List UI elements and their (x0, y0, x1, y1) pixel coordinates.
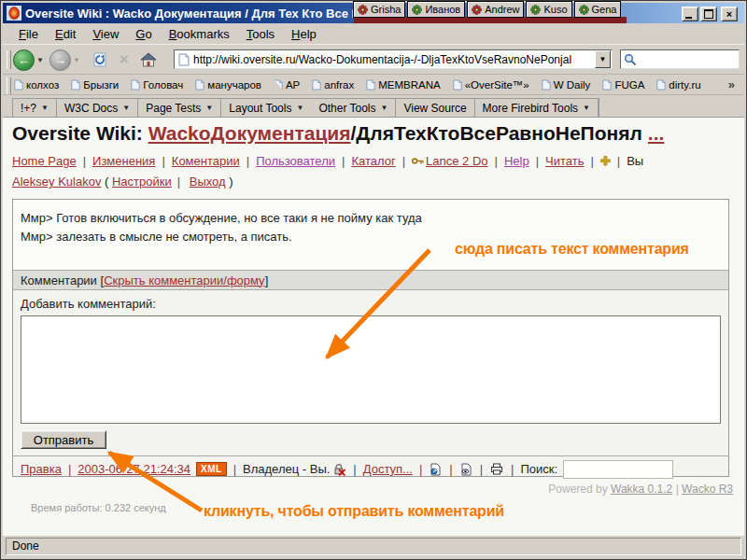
bookmark-item[interactable]: W Daily (542, 79, 591, 91)
access-link[interactable]: Доступ... (363, 462, 413, 476)
wacko-link[interactable]: Wacko R3 (682, 483, 733, 496)
devbar-validators-menu[interactable]: !+?▼ (13, 99, 57, 117)
chevron-down-icon: ▼ (381, 104, 388, 112)
home-button[interactable] (140, 52, 157, 67)
bookmark-label: dirty.ru (669, 79, 700, 91)
background-window-strip (354, 17, 627, 23)
flower-icon (358, 5, 368, 15)
bookmark-item[interactable]: «OverSite™» (453, 79, 529, 91)
forward-button[interactable]: → (49, 49, 71, 71)
hide-comments-link[interactable]: Скрыть комментарии/форму (104, 273, 264, 287)
page-eye-icon (460, 463, 472, 476)
menu-file[interactable]: File (10, 25, 47, 43)
bookmark-item[interactable]: anfrax (312, 79, 354, 91)
nav-help-link[interactable]: Help (504, 154, 529, 168)
nav-comments-link[interactable]: Коментарии (172, 154, 240, 168)
edit-page-link[interactable]: Правка (21, 462, 62, 476)
browser-search-input[interactable] (640, 51, 739, 67)
bookmark-item[interactable]: dirty.ru (656, 79, 700, 91)
user-logout-link[interactable]: Выход (190, 175, 226, 189)
external-link-button[interactable] (430, 463, 442, 476)
bookmark-label: «OverSite™» (465, 79, 529, 91)
bookmark-page-icon (195, 79, 204, 91)
add-comment-form: Добавить комментарий: Отправить (13, 290, 728, 455)
bookmark-label: Головач (143, 79, 183, 91)
bookmarks-toolbar: колхоз Брызги Головач манучаров AP anfra… (3, 74, 744, 94)
bookmark-item[interactable]: Брызги (71, 79, 119, 91)
contact-window-grisha[interactable]: Grisha (353, 1, 405, 18)
bookmark-item[interactable]: Головач (131, 79, 183, 91)
bookmark-item[interactable]: AP (274, 79, 300, 91)
printer-icon (490, 463, 503, 475)
contact-window-gena[interactable]: Gena (574, 1, 622, 18)
flower-icon (579, 5, 589, 15)
back-dropdown-icon[interactable]: ▼ (36, 56, 44, 64)
contact-window-kuso[interactable]: Kuso (526, 1, 571, 18)
chevron-down-icon: ▼ (122, 104, 130, 112)
nav-changes-link[interactable]: Изменения (92, 154, 155, 168)
remove-lock-button[interactable] (333, 463, 345, 476)
submit-comment-button[interactable]: Отправить (21, 430, 106, 449)
wiki-cluster-link[interactable]: WackoДокументация (148, 122, 351, 144)
nav-users-link[interactable]: Пользователи (256, 154, 335, 168)
devbar-layout-tools-menu[interactable]: Layout Tools▼ (221, 99, 311, 117)
menu-view[interactable]: View (84, 25, 127, 43)
forward-arrow-icon: → (54, 53, 66, 67)
revision-timestamp-link[interactable]: 2003-06-27 21:24:34 (78, 462, 190, 476)
wiki-search-input[interactable] (563, 460, 673, 479)
menu-go[interactable]: Go (127, 25, 160, 43)
url-dropdown-button[interactable]: ▼ (595, 50, 611, 68)
bookmark-item[interactable]: MEMBRANA (366, 79, 440, 91)
bookmark-item[interactable]: манучаров (195, 79, 261, 91)
menu-edit[interactable]: Edit (47, 25, 84, 43)
back-button[interactable]: ← (13, 49, 35, 71)
devbar-more-firebird-tools-menu[interactable]: More Firebird Tools▼ (475, 99, 599, 117)
toolbar-grippy[interactable] (7, 50, 11, 69)
back-arrow-icon: ← (18, 53, 30, 67)
page-title-more-link[interactable]: ... (648, 122, 665, 144)
bookmark-item[interactable]: колхоз (14, 79, 59, 91)
contact-window-andrew[interactable]: Andrew (467, 1, 524, 18)
flower-icon (472, 5, 482, 15)
window-title: Oversite Wiki : Wacko Документация / Для… (25, 7, 381, 21)
chevron-down-icon: ▼ (296, 104, 303, 112)
address-bar[interactable]: http://wiki.oversite.ru/Wacko-Dokumentac… (174, 49, 613, 69)
stop-x-icon: × (120, 50, 129, 69)
devbar-other-tools-menu[interactable]: Other Tools▼ (311, 99, 396, 117)
search-label: Поиск: (520, 462, 557, 476)
nav-home-page-link[interactable]: Home Page (12, 154, 77, 168)
forward-dropdown-icon[interactable]: ▼ (73, 56, 80, 64)
bookmarks-overflow-chevron[interactable]: » (728, 77, 735, 91)
browser-search-box[interactable] (620, 49, 740, 69)
wakka-link[interactable]: Wakka 0.1.2 (611, 483, 672, 496)
bookmark-item[interactable]: FUGA (602, 79, 644, 91)
maximize-button[interactable] (700, 7, 717, 21)
toolbar-grippy[interactable] (7, 77, 11, 96)
close-button[interactable]: × (721, 7, 738, 21)
devbar-view-source-button[interactable]: View Source (396, 99, 474, 117)
menu-bookmarks[interactable]: Bookmarks (161, 25, 238, 43)
menu-tools[interactable]: Tools (238, 25, 283, 43)
watch-page-button[interactable] (460, 463, 472, 476)
xml-feed-badge[interactable]: XML (196, 462, 227, 476)
stop-button[interactable]: × (120, 50, 129, 69)
nav-catalog-link[interactable]: Каталог (351, 154, 395, 168)
current-user-link[interactable]: Aleksey Kulakov (12, 175, 101, 189)
nav-read-link[interactable]: Читать (545, 154, 584, 168)
comment-textarea[interactable] (21, 315, 721, 424)
user-settings-link[interactable]: Настройки (112, 175, 172, 189)
url-text[interactable]: http://wiki.oversite.ru/Wacko-Dokumentac… (193, 53, 595, 66)
wiki-content-box: Ммр> Готов включиться в обсуждение, но в… (12, 199, 729, 477)
devbar-page-tests-menu[interactable]: Page Tests▼ (138, 99, 221, 117)
navigation-toolbar: ← ▼ → ▼ × (3, 44, 744, 75)
contact-window-ivanov[interactable]: Иванов (407, 1, 465, 18)
bookmark-page-icon (602, 79, 612, 91)
menu-help[interactable]: Help (283, 25, 325, 43)
nav-lance2do-link[interactable]: Lance 2 Do (426, 154, 488, 168)
reload-button[interactable] (92, 51, 108, 68)
add-page-plus-icon[interactable]: ✚ (600, 154, 611, 168)
devbar-w3c-docs-menu[interactable]: W3C Docs▼ (57, 99, 138, 117)
powered-by-line: Powered by Wakka 0.1.2 | Wacko R3 (548, 483, 733, 496)
print-button[interactable] (490, 463, 503, 475)
minimize-button[interactable] (682, 7, 698, 21)
